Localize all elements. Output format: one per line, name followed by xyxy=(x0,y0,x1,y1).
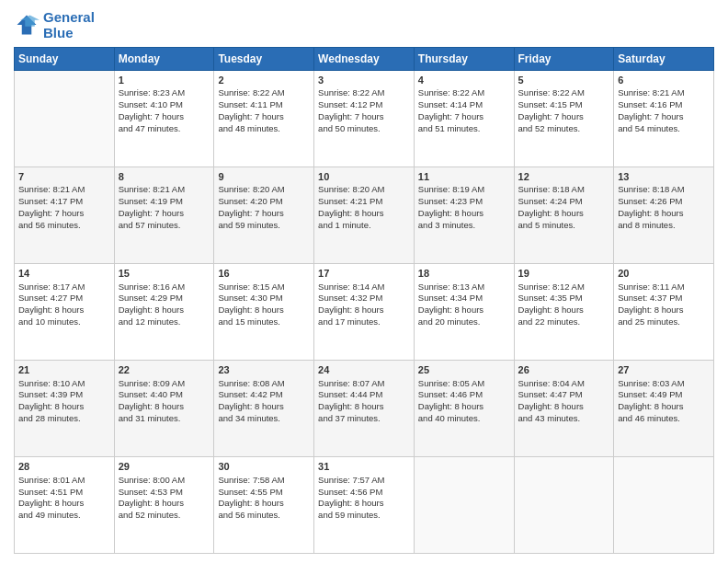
day-number: 31 xyxy=(318,460,410,474)
day-info: Sunrise: 8:07 AM Sunset: 4:44 PM Dayligh… xyxy=(318,378,410,425)
calendar-cell: 21Sunrise: 8:10 AM Sunset: 4:39 PM Dayli… xyxy=(15,360,115,456)
calendar-cell: 20Sunrise: 8:11 AM Sunset: 4:37 PM Dayli… xyxy=(614,263,714,360)
day-number: 19 xyxy=(518,267,610,281)
day-number: 10 xyxy=(318,170,410,184)
day-info: Sunrise: 8:21 AM Sunset: 4:17 PM Dayligh… xyxy=(18,184,110,231)
day-number: 9 xyxy=(218,170,310,184)
calendar-cell: 9Sunrise: 8:20 AM Sunset: 4:20 PM Daylig… xyxy=(214,167,314,263)
day-info: Sunrise: 8:21 AM Sunset: 4:16 PM Dayligh… xyxy=(618,87,710,134)
day-number: 29 xyxy=(119,460,210,474)
day-number: 6 xyxy=(618,74,710,87)
day-info: Sunrise: 8:22 AM Sunset: 4:15 PM Dayligh… xyxy=(518,87,610,134)
calendar-cell: 29Sunrise: 8:00 AM Sunset: 4:53 PM Dayli… xyxy=(114,456,214,553)
calendar-cell: 18Sunrise: 8:13 AM Sunset: 4:34 PM Dayli… xyxy=(414,263,514,360)
day-number: 14 xyxy=(18,267,110,281)
day-number: 8 xyxy=(119,170,210,184)
weekday-header-friday: Friday xyxy=(514,47,614,70)
calendar-week-row: 14Sunrise: 8:17 AM Sunset: 4:27 PM Dayli… xyxy=(15,263,714,360)
calendar-cell: 15Sunrise: 8:16 AM Sunset: 4:29 PM Dayli… xyxy=(114,263,214,360)
day-number: 28 xyxy=(18,460,110,474)
day-info: Sunrise: 8:11 AM Sunset: 4:37 PM Dayligh… xyxy=(618,282,710,328)
day-number: 12 xyxy=(518,170,610,184)
weekday-header-saturday: Saturday xyxy=(614,47,714,70)
calendar-cell xyxy=(514,456,614,553)
day-info: Sunrise: 8:04 AM Sunset: 4:47 PM Dayligh… xyxy=(518,378,610,425)
day-info: Sunrise: 8:20 AM Sunset: 4:21 PM Dayligh… xyxy=(318,184,410,231)
day-number: 26 xyxy=(518,363,610,377)
calendar-cell: 19Sunrise: 8:12 AM Sunset: 4:35 PM Dayli… xyxy=(514,263,614,360)
day-info: Sunrise: 8:18 AM Sunset: 4:24 PM Dayligh… xyxy=(518,184,610,231)
calendar-cell: 31Sunrise: 7:57 AM Sunset: 4:56 PM Dayli… xyxy=(314,456,415,553)
day-number: 15 xyxy=(119,267,210,281)
header: General Blue xyxy=(14,9,714,41)
calendar-cell: 22Sunrise: 8:09 AM Sunset: 4:40 PM Dayli… xyxy=(114,360,214,456)
logo-text: General Blue xyxy=(43,9,95,41)
day-number: 21 xyxy=(18,363,110,377)
calendar-cell: 2Sunrise: 8:22 AM Sunset: 4:11 PM Daylig… xyxy=(214,70,314,167)
day-info: Sunrise: 8:23 AM Sunset: 4:10 PM Dayligh… xyxy=(119,87,210,134)
calendar-header-row: SundayMondayTuesdayWednesdayThursdayFrid… xyxy=(15,47,714,70)
day-info: Sunrise: 8:19 AM Sunset: 4:23 PM Dayligh… xyxy=(418,184,510,231)
day-number: 23 xyxy=(218,363,310,377)
day-number: 20 xyxy=(618,267,710,281)
day-number: 22 xyxy=(119,363,210,377)
calendar-week-row: 7Sunrise: 8:21 AM Sunset: 4:17 PM Daylig… xyxy=(15,167,714,263)
calendar-week-row: 1Sunrise: 8:23 AM Sunset: 4:10 PM Daylig… xyxy=(15,70,714,167)
day-info: Sunrise: 8:20 AM Sunset: 4:20 PM Dayligh… xyxy=(218,184,310,231)
day-info: Sunrise: 8:16 AM Sunset: 4:29 PM Dayligh… xyxy=(119,282,210,328)
day-number: 13 xyxy=(618,170,710,184)
calendar-cell: 10Sunrise: 8:20 AM Sunset: 4:21 PM Dayli… xyxy=(314,167,415,263)
calendar-cell: 17Sunrise: 8:14 AM Sunset: 4:32 PM Dayli… xyxy=(314,263,415,360)
weekday-header-monday: Monday xyxy=(114,47,214,70)
weekday-header-thursday: Thursday xyxy=(414,47,514,70)
day-number: 16 xyxy=(218,267,310,281)
calendar-cell: 30Sunrise: 7:58 AM Sunset: 4:55 PM Dayli… xyxy=(214,456,314,553)
day-number: 4 xyxy=(418,74,510,87)
day-info: Sunrise: 8:05 AM Sunset: 4:46 PM Dayligh… xyxy=(418,378,510,425)
calendar-table: SundayMondayTuesdayWednesdayThursdayFrid… xyxy=(14,47,714,555)
day-info: Sunrise: 8:12 AM Sunset: 4:35 PM Dayligh… xyxy=(518,282,610,328)
calendar-cell xyxy=(15,70,115,167)
day-info: Sunrise: 8:13 AM Sunset: 4:34 PM Dayligh… xyxy=(418,282,510,328)
day-info: Sunrise: 8:15 AM Sunset: 4:30 PM Dayligh… xyxy=(218,282,310,328)
day-info: Sunrise: 8:00 AM Sunset: 4:53 PM Dayligh… xyxy=(119,475,210,522)
day-info: Sunrise: 7:58 AM Sunset: 4:55 PM Dayligh… xyxy=(218,475,310,522)
day-info: Sunrise: 8:22 AM Sunset: 4:12 PM Dayligh… xyxy=(318,87,410,134)
calendar-cell: 23Sunrise: 8:08 AM Sunset: 4:42 PM Dayli… xyxy=(214,360,314,456)
logo-icon xyxy=(14,12,40,38)
logo: General Blue xyxy=(14,9,95,41)
day-number: 18 xyxy=(418,267,510,281)
calendar-cell: 16Sunrise: 8:15 AM Sunset: 4:30 PM Dayli… xyxy=(214,263,314,360)
day-info: Sunrise: 8:22 AM Sunset: 4:14 PM Dayligh… xyxy=(418,87,510,134)
day-info: Sunrise: 8:10 AM Sunset: 4:39 PM Dayligh… xyxy=(18,378,110,425)
weekday-header-wednesday: Wednesday xyxy=(314,47,415,70)
day-info: Sunrise: 8:03 AM Sunset: 4:49 PM Dayligh… xyxy=(618,378,710,425)
calendar-week-row: 28Sunrise: 8:01 AM Sunset: 4:51 PM Dayli… xyxy=(15,456,714,553)
calendar-cell: 24Sunrise: 8:07 AM Sunset: 4:44 PM Dayli… xyxy=(314,360,415,456)
calendar-cell: 14Sunrise: 8:17 AM Sunset: 4:27 PM Dayli… xyxy=(15,263,115,360)
day-info: Sunrise: 8:09 AM Sunset: 4:40 PM Dayligh… xyxy=(119,378,210,425)
day-number: 2 xyxy=(218,74,310,87)
day-info: Sunrise: 8:18 AM Sunset: 4:26 PM Dayligh… xyxy=(618,184,710,231)
calendar-cell: 4Sunrise: 8:22 AM Sunset: 4:14 PM Daylig… xyxy=(414,70,514,167)
calendar-cell: 26Sunrise: 8:04 AM Sunset: 4:47 PM Dayli… xyxy=(514,360,614,456)
day-number: 17 xyxy=(318,267,410,281)
day-info: Sunrise: 8:21 AM Sunset: 4:19 PM Dayligh… xyxy=(119,184,210,231)
day-number: 27 xyxy=(618,363,710,377)
day-number: 1 xyxy=(119,74,210,87)
day-info: Sunrise: 8:08 AM Sunset: 4:42 PM Dayligh… xyxy=(218,378,310,425)
calendar-cell xyxy=(414,456,514,553)
day-number: 5 xyxy=(518,74,610,87)
calendar-cell: 13Sunrise: 8:18 AM Sunset: 4:26 PM Dayli… xyxy=(614,167,714,263)
calendar-week-row: 21Sunrise: 8:10 AM Sunset: 4:39 PM Dayli… xyxy=(15,360,714,456)
calendar-cell: 28Sunrise: 8:01 AM Sunset: 4:51 PM Dayli… xyxy=(15,456,115,553)
day-number: 3 xyxy=(318,74,410,87)
day-info: Sunrise: 8:14 AM Sunset: 4:32 PM Dayligh… xyxy=(318,282,410,328)
calendar-cell: 6Sunrise: 8:21 AM Sunset: 4:16 PM Daylig… xyxy=(614,70,714,167)
calendar-cell: 7Sunrise: 8:21 AM Sunset: 4:17 PM Daylig… xyxy=(15,167,115,263)
day-info: Sunrise: 8:22 AM Sunset: 4:11 PM Dayligh… xyxy=(218,87,310,134)
calendar-cell: 8Sunrise: 8:21 AM Sunset: 4:19 PM Daylig… xyxy=(114,167,214,263)
day-number: 24 xyxy=(318,363,410,377)
day-info: Sunrise: 8:17 AM Sunset: 4:27 PM Dayligh… xyxy=(18,282,110,328)
day-number: 30 xyxy=(218,460,310,474)
